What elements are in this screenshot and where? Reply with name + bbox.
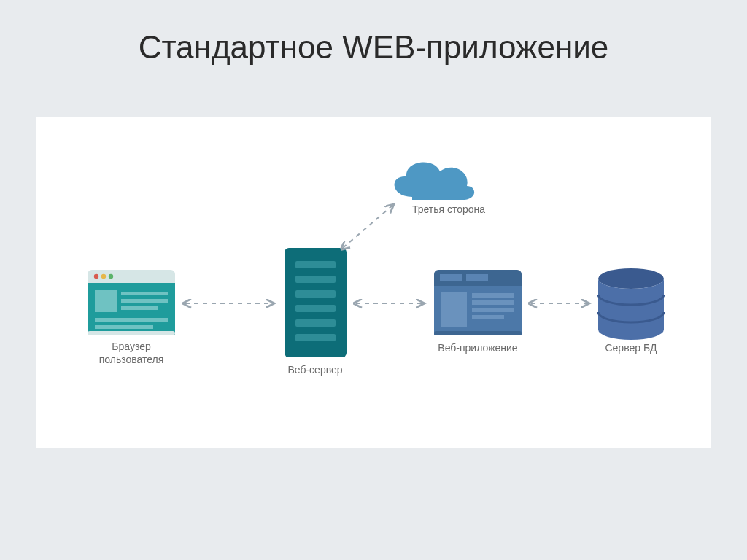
db-label: Сервер БД — [605, 342, 657, 354]
svg-rect-7 — [121, 292, 168, 295]
svg-rect-11 — [95, 325, 153, 329]
svg-rect-13 — [295, 261, 336, 268]
arrow-server-cloud — [343, 204, 394, 248]
svg-rect-9 — [121, 306, 158, 310]
svg-rect-16 — [295, 305, 336, 312]
svg-rect-8 — [121, 299, 168, 303]
svg-rect-2 — [88, 331, 175, 335]
svg-rect-6 — [95, 290, 117, 312]
svg-rect-21 — [434, 331, 522, 335]
cloud-icon — [395, 162, 475, 200]
server-label: Веб-сервер — [287, 364, 342, 376]
svg-point-4 — [101, 274, 106, 279]
cloud-label: Третья сторона — [412, 203, 485, 215]
server-icon — [285, 248, 347, 357]
svg-point-29 — [598, 268, 664, 289]
svg-rect-18 — [295, 334, 336, 341]
svg-rect-25 — [472, 293, 514, 298]
browser-icon — [88, 270, 175, 335]
diagram-panel: Браузер пользователя Веб-сервер Третья с… — [36, 117, 711, 448]
svg-rect-24 — [441, 292, 467, 327]
svg-rect-15 — [295, 290, 336, 298]
svg-point-5 — [109, 274, 113, 279]
svg-rect-17 — [295, 319, 336, 327]
database-icon — [598, 268, 664, 340]
diagram-svg: Браузер пользователя Веб-сервер Третья с… — [36, 117, 711, 448]
app-label: Веб-приложение — [438, 342, 517, 354]
svg-rect-27 — [472, 308, 514, 312]
svg-point-3 — [94, 274, 98, 279]
svg-rect-14 — [295, 276, 336, 283]
svg-rect-28 — [472, 315, 504, 319]
svg-rect-22 — [440, 274, 462, 281]
browser-label-2: пользователя — [99, 354, 164, 365]
browser-label-1: Браузер — [112, 341, 151, 352]
svg-rect-10 — [95, 318, 168, 322]
slide-title: Стандартное WEB-приложение — [0, 29, 747, 66]
svg-rect-26 — [472, 300, 514, 305]
app-icon — [434, 270, 522, 335]
svg-rect-23 — [466, 274, 488, 281]
